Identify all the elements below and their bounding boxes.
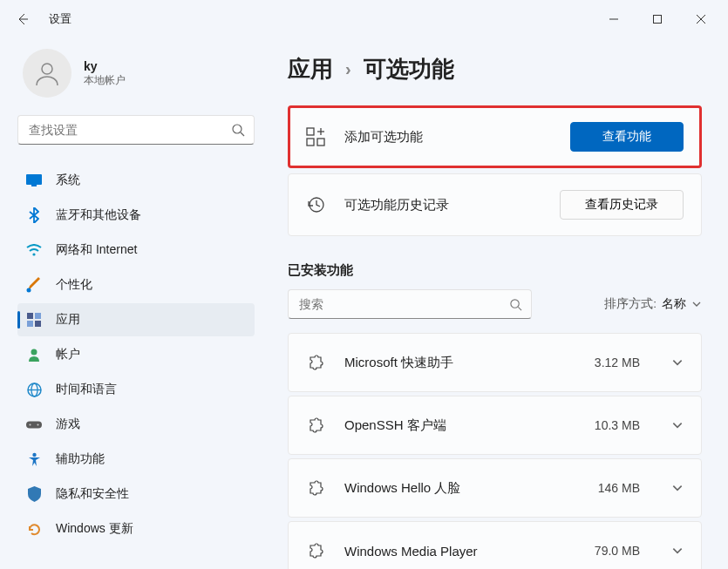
svg-rect-13	[35, 313, 41, 319]
maximize-button[interactable]	[637, 5, 677, 33]
nav-label: 辅助功能	[56, 451, 105, 467]
svg-rect-8	[26, 174, 42, 185]
svg-point-10	[32, 253, 35, 255]
feature-name: OpenSSH 客户端	[344, 417, 575, 434]
feature-name: Windows Hello 人脸	[344, 480, 579, 497]
page-title: 可选功能	[364, 54, 454, 85]
wifi-icon	[26, 242, 42, 258]
svg-rect-24	[307, 128, 314, 135]
svg-rect-12	[27, 313, 33, 319]
sidebar-search[interactable]	[17, 115, 255, 145]
puzzle-icon	[306, 542, 325, 559]
nav-accessibility[interactable]: 辅助功能	[17, 443, 255, 476]
svg-point-23	[32, 452, 36, 456]
chevron-down-icon	[671, 482, 684, 494]
globe-icon	[26, 382, 42, 397]
nav-label: Windows 更新	[56, 521, 133, 537]
puzzle-icon	[306, 354, 325, 371]
svg-point-5	[42, 64, 52, 74]
view-features-button[interactable]: 查看功能	[570, 122, 684, 152]
nav-label: 蓝牙和其他设备	[56, 207, 141, 223]
system-icon	[26, 173, 42, 188]
accessibility-icon	[26, 451, 42, 467]
user-subtitle: 本地帐户	[84, 73, 126, 88]
feature-size: 146 MB	[598, 481, 652, 495]
svg-point-22	[37, 423, 38, 425]
chevron-right-icon: ›	[345, 59, 351, 79]
search-icon	[231, 123, 245, 137]
installed-header: 已安装功能	[288, 262, 702, 279]
history-icon	[306, 195, 325, 214]
svg-rect-25	[307, 139, 314, 146]
main-content: 应用 › 可选功能 添加可选功能 查看功能 可选功能历史记录 查看历史记录 已安…	[262, 38, 728, 569]
svg-rect-9	[31, 185, 37, 186]
update-icon	[26, 521, 42, 537]
feature-row[interactable]: Microsoft 快速助手3.12 MB	[288, 333, 702, 392]
nav-personalization[interactable]: 个性化	[17, 268, 255, 301]
back-button[interactable]	[14, 10, 31, 28]
add-app-icon	[306, 127, 325, 146]
shield-icon	[26, 486, 42, 502]
minimize-button[interactable]	[594, 5, 634, 33]
svg-line-31	[518, 307, 521, 310]
apps-icon	[26, 312, 42, 328]
breadcrumb-parent[interactable]: 应用	[288, 54, 333, 85]
nav-apps[interactable]: 应用	[17, 303, 255, 336]
nav-label: 网络和 Internet	[56, 242, 137, 258]
bluetooth-icon	[26, 207, 42, 223]
user-block[interactable]: ky 本地帐户	[17, 49, 255, 98]
nav-system[interactable]: 系统	[17, 164, 255, 197]
svg-rect-20	[26, 421, 42, 428]
chevron-down-icon	[671, 356, 684, 369]
puzzle-icon	[306, 417, 325, 434]
nav-accounts[interactable]: 帐户	[17, 338, 255, 371]
history-card: 可选功能历史记录 查看历史记录	[288, 173, 702, 236]
feature-name: Microsoft 快速助手	[344, 355, 575, 371]
nav-windows-update[interactable]: Windows 更新	[17, 512, 255, 545]
nav-network[interactable]: 网络和 Internet	[17, 234, 255, 267]
nav-label: 帐户	[56, 347, 80, 362]
gamepad-icon	[26, 417, 42, 432]
feature-search[interactable]	[288, 289, 532, 319]
close-button[interactable]	[681, 5, 721, 33]
nav-label: 时间和语言	[56, 382, 117, 397]
svg-point-21	[29, 423, 31, 425]
avatar	[23, 49, 71, 98]
nav-gaming[interactable]: 游戏	[17, 408, 255, 441]
nav-label: 隐私和安全性	[56, 486, 129, 502]
feature-search-input[interactable]	[299, 297, 501, 311]
nav-bluetooth[interactable]: 蓝牙和其他设备	[17, 199, 255, 232]
sort-selector[interactable]: 排序方式: 名称	[604, 296, 702, 312]
svg-point-6	[233, 125, 242, 133]
nav-time-language[interactable]: 时间和语言	[17, 373, 255, 406]
feature-row[interactable]: Windows Hello 人脸146 MB	[288, 458, 702, 518]
svg-rect-15	[35, 321, 41, 327]
chevron-down-icon	[691, 299, 702, 309]
feature-size: 3.12 MB	[595, 356, 652, 369]
nav-label: 游戏	[56, 417, 80, 432]
search-icon	[509, 298, 522, 311]
titlebar: 设置	[0, 0, 728, 38]
view-history-button[interactable]: 查看历史记录	[560, 190, 684, 220]
nav-label: 个性化	[56, 277, 92, 293]
svg-point-30	[511, 299, 519, 307]
history-label: 可选功能历史记录	[344, 197, 541, 213]
sort-value: 名称	[662, 296, 686, 312]
feature-size: 10.3 MB	[595, 418, 652, 432]
chevron-down-icon	[671, 419, 684, 431]
feature-row[interactable]: Windows Media Player79.0 MB	[288, 521, 702, 569]
svg-point-16	[31, 349, 37, 356]
sidebar-search-input[interactable]	[29, 123, 224, 137]
brush-icon	[26, 277, 42, 293]
svg-point-11	[27, 288, 31, 293]
add-feature-label: 添加可选功能	[344, 129, 551, 146]
svg-line-7	[241, 132, 244, 136]
feature-size: 79.0 MB	[595, 544, 652, 558]
sidebar: ky 本地帐户 系统 蓝牙和其他设备 网络和 Internet	[0, 38, 262, 569]
person-icon	[26, 347, 42, 362]
nav-privacy[interactable]: 隐私和安全性	[17, 478, 255, 511]
feature-row[interactable]: OpenSSH 客户端10.3 MB	[288, 396, 702, 455]
svg-rect-2	[654, 16, 662, 24]
sort-label: 排序方式:	[604, 296, 657, 312]
svg-rect-14	[27, 321, 33, 327]
